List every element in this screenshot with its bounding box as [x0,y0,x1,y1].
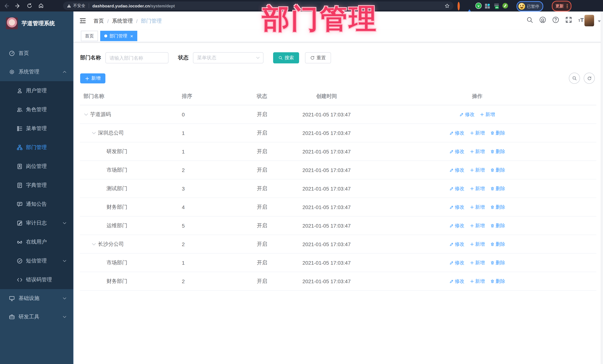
row-action-新增[interactable]: 新增 [470,222,485,229]
refresh-table-button[interactable] [584,73,595,84]
row-action-修改[interactable]: 修改 [449,278,464,285]
row-action-修改[interactable]: 修改 [449,222,464,229]
dept-sort: 3 [177,186,253,191]
row-action-删除[interactable]: 删除 [490,241,505,247]
browser-reload-icon[interactable] [26,2,33,9]
help-icon[interactable] [552,16,559,23]
row-action-新增[interactable]: 新增 [470,278,485,285]
dept-name: 深圳总公司 [98,130,124,136]
browser-update-button[interactable]: 更新 [552,1,571,11]
row-action-删除[interactable]: 删除 [490,130,505,136]
breadcrumb-home[interactable]: 首页 [93,18,104,24]
green-spoon-extension-icon[interactable] [502,3,508,9]
row-action-新增[interactable]: 新增 [480,111,495,118]
sidebar-item-用户管理[interactable]: 用户管理 [0,81,73,100]
tab-close-icon[interactable]: × [130,33,133,38]
breadcrumb-system[interactable]: 系统管理 [112,18,133,24]
sidebar-item-首页[interactable]: 首页 [0,44,73,63]
row-action-删除[interactable]: 删除 [490,204,505,210]
fullscreen-icon[interactable] [565,16,572,23]
reset-button[interactable]: 重置 [305,52,331,63]
app-logo-row[interactable]: 芋道管理系统 [0,11,73,34]
sidebar-item-系统管理[interactable]: 系统管理 [0,63,73,81]
proxy-on-extension-icon[interactable]: on [494,3,499,9]
row-action-修改[interactable]: 修改 [449,185,464,192]
page-scrollbar[interactable] [601,11,603,364]
orange-ring-extension-icon[interactable] [458,3,464,9]
sidebar-item-字典管理[interactable]: 字典管理 [0,176,73,195]
dept-name-input[interactable] [105,52,168,63]
sidebar-item-在线用户[interactable]: 在线用户 [0,232,73,251]
row-action-新增[interactable]: 新增 [470,130,485,136]
row-action-修改[interactable]: 修改 [449,259,464,266]
security-label[interactable]: 不安全 [73,3,85,9]
tab-home[interactable]: 首页 [81,31,98,41]
font-size-icon[interactable]: TT [578,17,584,22]
blue-gem-extension-icon[interactable] [466,3,472,9]
trash-icon [490,242,494,246]
puzzle-extension-icon[interactable] [511,3,517,9]
sidebar-item-部门管理[interactable]: 部门管理 [0,138,73,157]
sidebar-item-研发工具[interactable]: 研发工具 [0,308,73,326]
browser-forward-icon[interactable] [14,2,21,9]
chevron-down-icon [62,315,67,319]
row-action-修改[interactable]: 修改 [449,130,464,136]
dept-created: 2021-01-05 17:03:47 [288,167,366,173]
table-row: 财务部门2开启2021-01-05 17:03:47修改新增删除 [80,272,596,291]
col-actions: 操作 [366,93,596,100]
browser-home-icon[interactable] [37,2,44,9]
app-logo [6,17,18,29]
dept-sort: 1 [177,130,253,136]
sidebar-item-角色管理[interactable]: 角色管理 [0,100,73,119]
dept-sort: 1 [177,260,253,265]
row-action-修改[interactable]: 修改 [449,167,464,173]
browser-menu-icon[interactable] [567,4,568,8]
browser-back-icon[interactable] [3,2,10,9]
sidebar-item-基础设施[interactable]: 基础设施 [0,289,73,308]
bookmark-star-icon[interactable] [445,3,450,8]
header-search-icon[interactable] [526,16,533,23]
row-action-删除[interactable]: 删除 [490,222,505,229]
row-action-修改[interactable]: 修改 [449,148,464,155]
row-action-新增[interactable]: 新增 [470,148,485,155]
row-action-新增[interactable]: 新增 [470,204,485,210]
row-action-删除[interactable]: 删除 [490,185,505,192]
user-menu-caret-icon[interactable] [598,20,601,24]
row-action-修改[interactable]: 修改 [459,111,475,118]
row-action-新增[interactable]: 新增 [470,241,485,247]
row-action-删除[interactable]: 删除 [490,259,505,266]
sidebar-item-菜单管理[interactable]: 菜单管理 [0,119,73,138]
tree-expand-icon[interactable] [91,242,96,247]
search-button[interactable]: 搜索 [273,52,299,63]
tree-expand-icon[interactable] [83,112,89,117]
address-bar[interactable]: 不安全 dashboard.yudao.iocoder.cn/system/de… [63,1,453,10]
dept-created: 2021-01-05 17:03:47 [288,148,366,154]
tree-expand-icon[interactable] [91,130,96,135]
green-check-extension-icon[interactable]: v [475,3,482,9]
toggle-search-button[interactable] [569,73,580,84]
sidebar-item-通知公告[interactable]: 通知公告 [0,195,73,213]
sidebar-item-错误码管理[interactable]: 错误码管理 [0,270,73,289]
dept-created: 2021-01-05 17:03:47 [288,260,366,265]
sidebar-item-短信管理[interactable]: 短信管理 [0,251,73,270]
add-button[interactable]: 新增 [80,73,105,83]
sidebar-fold-icon[interactable] [79,18,86,24]
dept-status: 开启 [253,185,288,192]
user-avatar[interactable] [584,15,594,26]
github-icon[interactable] [539,16,546,23]
row-action-删除[interactable]: 删除 [490,148,505,155]
sidebar-item-岗位管理[interactable]: 岗位管理 [0,157,73,176]
row-action-新增[interactable]: 新增 [470,167,485,173]
row-action-删除[interactable]: 删除 [490,167,505,173]
row-action-删除[interactable]: 删除 [490,278,505,285]
dept-name: 芋道源码 [90,111,111,118]
row-action-新增[interactable]: 新增 [470,259,485,266]
row-action-新增[interactable]: 新增 [470,185,485,192]
row-action-修改[interactable]: 修改 [449,241,464,247]
row-action-修改[interactable]: 修改 [449,204,464,210]
status-select[interactable]: 菜单状态 [193,52,264,63]
sidebar-item-审计日志[interactable]: 审计日志 [0,213,73,232]
tab-dept[interactable]: 部门管理 × [100,31,137,41]
browser-profile-chip[interactable]: 已暂停 [517,1,543,11]
squares-drop-extension-icon[interactable] [485,3,491,9]
